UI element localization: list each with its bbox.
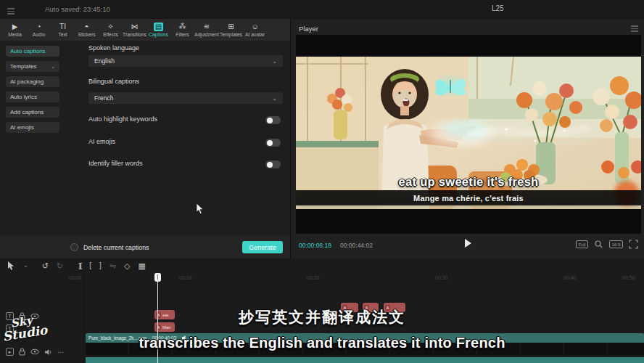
mirror-icon[interactable]: ⇋ (110, 261, 116, 270)
sidebar-item-add-captions[interactable]: Add captions (6, 107, 59, 118)
timeline-toolbar: ⌄ ↺ ↻ ][ [ ] ⇋ ◇ ▦ (0, 258, 644, 273)
text-icon: TI (59, 23, 66, 31)
sidebar-item-templates[interactable]: Templates⌄ (6, 61, 59, 72)
undo-icon[interactable]: ↺ (42, 261, 49, 270)
captions-icon: ▤ (154, 23, 163, 31)
video-caption-band: Mange ma chérie, c'est frais (296, 190, 641, 205)
redo-icon[interactable]: ↻ (57, 261, 63, 270)
sidebar-item-auto-captions[interactable]: Auto captions (6, 46, 59, 57)
captions-action-bar: Delete current captions Generate (0, 236, 290, 258)
ai-emojis-label: AI emojis (88, 138, 115, 145)
ruler-tick-label: 00:00 (69, 275, 82, 280)
toolbar-item-effects[interactable]: ✧Effects (99, 19, 123, 41)
video-caption-english: eat up sweetie it's fresh (296, 175, 641, 189)
video-preview[interactable]: eat up sweetie it's fresh Mange ma chéri… (296, 35, 641, 234)
delete-captions-checkbox[interactable] (70, 243, 78, 251)
toolbar-item-adjustment[interactable]: ≋Adjustment (194, 19, 219, 41)
quality-button[interactable]: Full (576, 240, 588, 248)
identify-filler-words-toggle[interactable] (265, 160, 281, 168)
capcut-editor-window: Auto saved: 23:45:10 L25 ▶Media ◔Audio T… (0, 0, 644, 363)
sidebar-item-auto-lyrics[interactable]: Auto lyrics (6, 91, 59, 102)
fullscreen-icon[interactable] (629, 240, 638, 249)
player-menu-icon[interactable] (631, 24, 638, 33)
play-button[interactable] (465, 239, 471, 248)
stickers-icon: ◓ (84, 23, 88, 31)
mask-icon[interactable]: ◇ (124, 261, 130, 270)
toolbar-item-transitions[interactable]: ⋈Transitions (123, 19, 146, 41)
playback-current-time: 00:00:06:18 (299, 242, 331, 249)
media-icon: ▶ (12, 23, 18, 31)
session-label: L25 (492, 4, 504, 12)
tutorial-subtitle-chinese: 抄写英文并翻译成法文 (0, 307, 644, 327)
generate-button[interactable]: Generate (242, 241, 283, 253)
templates-icon: ⊞ (228, 23, 234, 31)
sidebar-item-ai-emojis[interactable]: AI emojis (6, 122, 59, 133)
main-toolbar: ▶Media ◔Audio TIText ◓Stickers ✧Effects … (0, 19, 290, 41)
spoken-language-label: Spoken language (88, 44, 139, 52)
mouse-cursor (196, 203, 205, 215)
toolbar-item-audio[interactable]: ◔Audio (27, 19, 51, 41)
identify-filler-words-label: Identify filler words (88, 160, 143, 167)
app-menu-icon[interactable] (7, 7, 15, 16)
delete-captions-label: Delete current captions (83, 244, 149, 251)
toolbar-item-ai-avatar[interactable]: ☺AI avatar (243, 19, 267, 41)
ruler-tick-label: 00:10 (179, 275, 192, 280)
audio-track-clip[interactable] (86, 357, 644, 363)
chevron-down-icon: ⌄ (272, 95, 277, 102)
auto-highlight-keywords-toggle[interactable] (265, 116, 281, 124)
trim-left-icon[interactable]: [ (89, 261, 91, 270)
trim-right-icon[interactable]: ] (99, 261, 102, 270)
playhead-handle[interactable] (154, 273, 161, 282)
adjustment-icon: ≋ (204, 23, 210, 31)
player-view-controls: Full 16:9 (576, 240, 638, 249)
playback-total-time: 00:00:44:02 (340, 242, 373, 249)
ruler-tick-label: 00:20 (307, 275, 320, 280)
filters-icon: ⁂ (179, 23, 186, 31)
player-panel: Player (291, 19, 644, 258)
aspect-ratio-button[interactable]: 16:9 (609, 240, 623, 248)
audio-icon: ◔ (36, 23, 41, 31)
transitions-icon: ⋈ (131, 23, 139, 31)
toolbar-item-media[interactable]: ▶Media (3, 19, 27, 41)
toolbar-item-stickers[interactable]: ◓Stickers (75, 19, 99, 41)
titlebar: Auto saved: 23:45:10 L25 (0, 0, 644, 19)
ruler-tick-label: 00:50 (622, 275, 635, 280)
butterfly (435, 77, 466, 95)
ruler-tick-label: 00:40 (564, 275, 577, 280)
captions-panel: Auto captions Templates⌄ AI packaging Au… (0, 41, 290, 236)
auto-layout-icon[interactable]: ▦ (138, 261, 145, 270)
bilingual-captions-label: Bilingual captions (88, 78, 139, 85)
effects-icon: ✧ (107, 23, 113, 31)
video-caption-french: Mange ma chérie, c'est frais (413, 194, 524, 203)
spoken-language-dropdown[interactable]: English ⌄ (88, 55, 283, 67)
autosave-status: Auto saved: 23:45:10 (45, 5, 110, 13)
chevron-down-icon: ⌄ (51, 64, 55, 70)
toolbar-item-filters[interactable]: ⁂Filters (170, 19, 194, 41)
toolbar-item-templates[interactable]: ⊞Templates (219, 19, 243, 41)
tutorial-subtitle-english: transcribes the English and translates i… (0, 335, 644, 351)
ruler-tick-label: 00:30 (435, 275, 448, 280)
cursor-mode-chevron-icon[interactable]: ⌄ (23, 261, 28, 270)
sidebar-item-ai-packaging[interactable]: AI packaging (6, 76, 59, 87)
ai-avatar-icon: ☺ (251, 23, 258, 31)
ai-emojis-toggle[interactable] (265, 139, 281, 147)
select-cursor-icon[interactable] (7, 261, 15, 271)
bilingual-captions-dropdown[interactable]: French ⌄ (88, 92, 283, 104)
toolbar-item-captions[interactable]: ▤Captions (146, 19, 170, 41)
split-icon[interactable]: ][ (78, 261, 81, 270)
zoom-fit-icon[interactable] (594, 240, 603, 249)
chevron-down-icon: ⌄ (272, 58, 277, 65)
auto-highlight-keywords-label: Auto highlight keywords (88, 115, 157, 123)
toolbar-item-text[interactable]: TIText (51, 19, 75, 41)
player-title: Player (299, 25, 318, 33)
